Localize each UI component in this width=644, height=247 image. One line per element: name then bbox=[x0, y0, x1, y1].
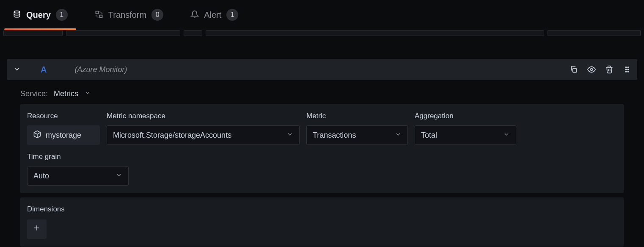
dimensions-panel: Dimensions bbox=[20, 197, 624, 247]
toolbar-spacer bbox=[0, 30, 644, 38]
field-timegrain: Time grain Auto bbox=[27, 153, 129, 186]
timegrain-select[interactable]: Auto bbox=[27, 166, 129, 186]
field-label: Metric namespace bbox=[107, 112, 300, 120]
svg-point-7 bbox=[625, 71, 627, 72]
query-row-header[interactable]: A (Azure Monitor) bbox=[7, 59, 637, 80]
service-value[interactable]: Metrics bbox=[54, 89, 78, 98]
query-actions bbox=[570, 65, 631, 74]
metric-select[interactable]: Transactions bbox=[306, 125, 408, 145]
trash-icon[interactable] bbox=[605, 65, 614, 74]
tab-query[interactable]: Query 1 bbox=[4, 0, 76, 30]
tab-label: Query bbox=[26, 10, 51, 20]
select-value: Auto bbox=[33, 172, 49, 180]
aggregation-select[interactable]: Total bbox=[415, 125, 516, 145]
svg-point-6 bbox=[627, 69, 629, 70]
tab-alert[interactable]: Alert 1 bbox=[182, 0, 247, 30]
plus-icon bbox=[33, 224, 41, 235]
tab-count-badge: 0 bbox=[151, 9, 163, 21]
tabs-bar: Query 1 Transform 0 Alert 1 bbox=[0, 0, 644, 30]
tab-transform[interactable]: Transform 0 bbox=[86, 0, 172, 30]
namespace-select[interactable]: Microsoft.Storage/storageAccounts bbox=[107, 125, 300, 145]
select-value: Total bbox=[421, 131, 437, 140]
svg-point-5 bbox=[625, 69, 627, 70]
database-icon bbox=[13, 10, 21, 20]
service-selector: Service: Metrics bbox=[0, 80, 644, 104]
transform-icon bbox=[95, 10, 103, 20]
service-label: Service: bbox=[20, 89, 48, 98]
select-value: Transactions bbox=[313, 131, 356, 140]
field-metric: Metric Transactions bbox=[306, 112, 408, 145]
chevron-down-icon[interactable] bbox=[84, 89, 91, 98]
query-datasource: (Azure Monitor) bbox=[74, 65, 562, 74]
chevron-down-icon[interactable] bbox=[13, 65, 21, 75]
chevron-down-icon bbox=[286, 131, 293, 140]
tab-label: Transform bbox=[108, 10, 146, 20]
tab-count-badge: 1 bbox=[56, 9, 68, 21]
svg-point-8 bbox=[627, 71, 629, 72]
tab-label: Alert bbox=[204, 10, 221, 20]
svg-point-0 bbox=[14, 11, 19, 13]
chevron-down-icon bbox=[503, 131, 510, 140]
form-row-1: Resource mystorage Metric namespace Micr… bbox=[27, 112, 617, 145]
add-dimension-button[interactable] bbox=[27, 219, 47, 239]
svg-point-4 bbox=[627, 67, 629, 68]
metrics-form-panel: Resource mystorage Metric namespace Micr… bbox=[20, 104, 624, 193]
field-aggregation: Aggregation Total bbox=[415, 112, 516, 145]
field-label: Resource bbox=[27, 112, 100, 120]
svg-point-3 bbox=[625, 67, 627, 68]
drag-handle-icon[interactable] bbox=[623, 65, 631, 74]
resource-picker-button[interactable]: mystorage bbox=[27, 125, 100, 145]
field-label: Time grain bbox=[27, 153, 129, 161]
field-label: Aggregation bbox=[415, 112, 516, 120]
copy-icon[interactable] bbox=[570, 65, 578, 74]
svg-point-2 bbox=[591, 69, 593, 71]
field-namespace: Metric namespace Microsoft.Storage/stora… bbox=[107, 112, 300, 145]
field-label: Metric bbox=[306, 112, 408, 120]
chevron-down-icon bbox=[116, 172, 122, 180]
chevron-down-icon bbox=[395, 131, 402, 140]
select-value: Microsoft.Storage/storageAccounts bbox=[113, 131, 231, 140]
eye-icon[interactable] bbox=[587, 65, 596, 74]
dimensions-label: Dimensions bbox=[27, 205, 65, 213]
resource-value: mystorage bbox=[46, 131, 81, 140]
query-letter: A bbox=[41, 65, 47, 75]
form-row-2: Time grain Auto bbox=[27, 153, 617, 186]
svg-rect-1 bbox=[573, 69, 577, 72]
bell-icon bbox=[190, 10, 199, 20]
cube-icon bbox=[33, 130, 41, 141]
tab-count-badge: 1 bbox=[226, 9, 238, 21]
field-resource: Resource mystorage bbox=[27, 112, 100, 145]
